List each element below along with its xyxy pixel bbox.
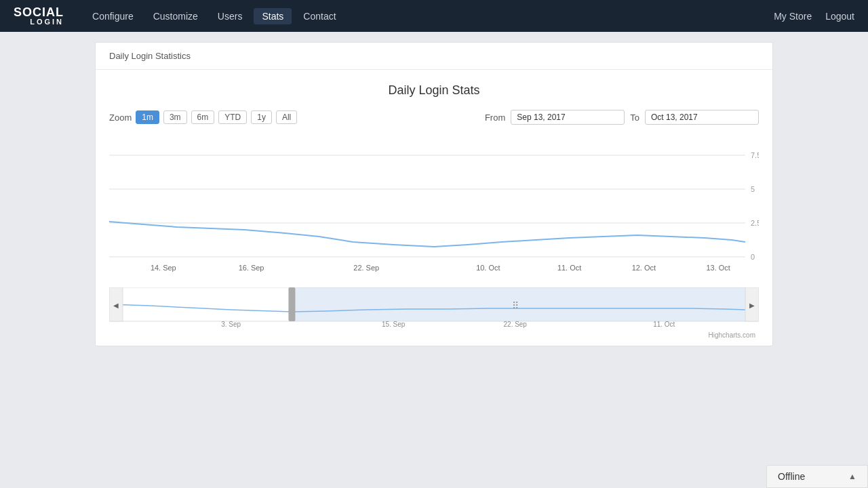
svg-text:16. Sep: 16. Sep xyxy=(239,264,264,272)
card-header: Daily Login Statistics xyxy=(96,43,772,70)
zoom-all[interactable]: All xyxy=(276,110,297,124)
svg-text:12. Oct: 12. Oct xyxy=(632,264,656,272)
zoom-label: Zoom xyxy=(109,113,132,123)
svg-text:⠿: ⠿ xyxy=(512,300,519,311)
my-store-link[interactable]: My Store xyxy=(774,11,812,22)
nav-stats[interactable]: Stats xyxy=(254,8,292,24)
svg-text:14. Sep: 14. Sep xyxy=(151,264,176,272)
svg-text:3. Sep: 3. Sep xyxy=(221,321,241,328)
card-body: Daily Login Stats Zoom 1m 3m 6m YTD 1y A… xyxy=(96,70,772,346)
stats-card: Daily Login Statistics Daily Login Stats… xyxy=(95,42,773,346)
navigator-svg: ◀ ▶ ⠿ 3. Sep 15. Sep 22. Sep 11. Oct xyxy=(109,287,759,328)
svg-rect-17 xyxy=(288,287,295,321)
zoom-1m[interactable]: 1m xyxy=(136,110,159,124)
highcharts-credit: Highcharts.com xyxy=(109,331,759,339)
date-range: From To xyxy=(485,110,759,125)
logo-login: LOGIN xyxy=(14,18,64,26)
nav-contact[interactable]: Contact xyxy=(295,8,344,24)
nav-customize[interactable]: Customize xyxy=(145,8,206,24)
navbar-left: SOCIAL LOGIN Configure Customize Users S… xyxy=(14,6,344,26)
breadcrumb: Daily Login Statistics xyxy=(109,51,191,61)
svg-text:5: 5 xyxy=(751,185,755,193)
from-label: From xyxy=(485,113,505,123)
nav-configure[interactable]: Configure xyxy=(84,8,142,24)
navbar-right: My Store Logout xyxy=(774,11,854,22)
svg-text:11. Oct: 11. Oct xyxy=(653,321,675,328)
zoom-section: Zoom 1m 3m 6m YTD 1y All xyxy=(109,110,297,124)
zoom-3m[interactable]: 3m xyxy=(163,110,187,124)
svg-text:◀: ◀ xyxy=(113,302,119,309)
svg-rect-16 xyxy=(292,287,752,321)
svg-text:10. Oct: 10. Oct xyxy=(476,264,500,272)
nav-users[interactable]: Users xyxy=(210,8,251,24)
chart-controls: Zoom 1m 3m 6m YTD 1y All From To xyxy=(109,110,759,125)
zoom-6m[interactable]: 6m xyxy=(191,110,215,124)
svg-text:0: 0 xyxy=(751,253,755,261)
svg-text:22. Sep: 22. Sep xyxy=(353,264,379,272)
offline-badge[interactable]: Offline ▲ xyxy=(766,465,868,488)
to-date-input[interactable] xyxy=(645,110,759,125)
to-label: To xyxy=(630,113,639,123)
svg-text:13. Oct: 13. Oct xyxy=(706,264,730,272)
logo-social: SOCIAL xyxy=(14,6,64,18)
navigator-area: ◀ ▶ ⠿ 3. Sep 15. Sep 22. Sep 11. Oct xyxy=(109,287,759,328)
offline-chevron-icon: ▲ xyxy=(848,472,856,481)
svg-text:11. Oct: 11. Oct xyxy=(557,264,581,272)
logout-link[interactable]: Logout xyxy=(825,11,854,22)
zoom-ytd[interactable]: YTD xyxy=(218,110,247,124)
svg-text:2.5: 2.5 xyxy=(751,219,759,227)
page-wrapper: Daily Login Statistics Daily Login Stats… xyxy=(0,32,868,357)
offline-label: Offline xyxy=(778,471,805,482)
svg-text:▶: ▶ xyxy=(749,302,755,309)
main-chart-svg: 7.5 5 2.5 0 14. Sep 16. Sep 22. Sep 10. … xyxy=(109,135,759,284)
logo: SOCIAL LOGIN xyxy=(14,6,64,26)
svg-text:22. Sep: 22. Sep xyxy=(504,321,528,328)
svg-text:7.5: 7.5 xyxy=(751,151,759,159)
zoom-1y[interactable]: 1y xyxy=(251,110,272,124)
navbar: SOCIAL LOGIN Configure Customize Users S… xyxy=(0,0,868,32)
main-chart-area: 7.5 5 2.5 0 14. Sep 16. Sep 22. Sep 10. … xyxy=(109,135,759,284)
nav-links: Configure Customize Users Stats Contact xyxy=(84,8,344,24)
from-date-input[interactable] xyxy=(511,110,625,125)
chart-title: Daily Login Stats xyxy=(109,83,759,98)
svg-text:15. Sep: 15. Sep xyxy=(382,321,406,328)
